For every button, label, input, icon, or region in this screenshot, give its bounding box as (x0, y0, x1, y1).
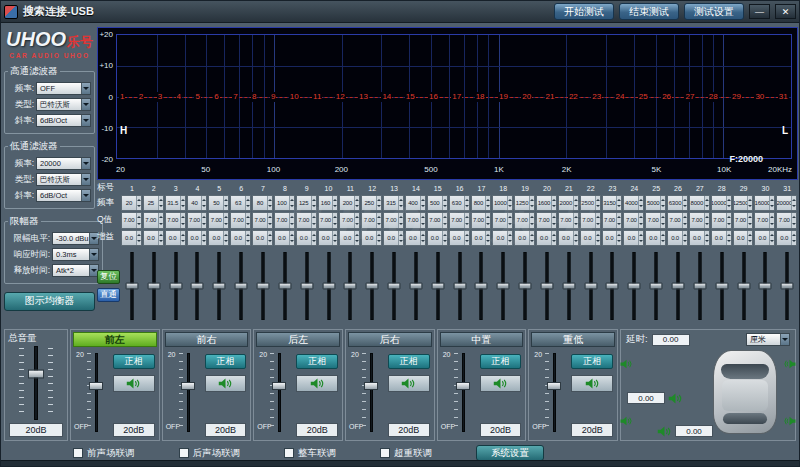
spin-up-icon[interactable] (181, 213, 185, 220)
band-frequency-input-23[interactable]: 3150 (602, 195, 623, 211)
spinner-arrows[interactable] (682, 231, 687, 245)
spinner-arrows[interactable] (376, 213, 381, 227)
link-checkbox-1[interactable]: 后声场联调 (179, 447, 241, 460)
spin-down-icon[interactable] (399, 238, 403, 245)
band-q-input-29[interactable]: 7.00 (733, 212, 754, 228)
band-q-input-11[interactable]: 7.00 (339, 212, 360, 228)
band-frequency-input-16[interactable]: 630 (449, 195, 470, 211)
spinner-arrows[interactable] (398, 196, 403, 210)
slider-thumb[interactable] (366, 283, 379, 290)
spinner-arrows[interactable] (201, 196, 206, 210)
spin-down-icon[interactable] (639, 238, 643, 245)
band-gain-input-27[interactable]: 0.0 (689, 230, 710, 246)
spin-up-icon[interactable] (530, 231, 534, 238)
slider-thumb[interactable] (300, 283, 313, 290)
spin-down-icon[interactable] (530, 238, 534, 245)
slider-thumb[interactable] (475, 283, 488, 290)
spinner-arrows[interactable] (682, 196, 687, 210)
eq-band-slider-1[interactable] (121, 248, 143, 324)
spin-down-icon[interactable] (290, 203, 294, 210)
spin-up-icon[interactable] (355, 196, 359, 203)
spinner-arrows[interactable] (201, 231, 206, 245)
spin-down-icon[interactable] (290, 238, 294, 245)
eq-band-slider-6[interactable] (230, 248, 252, 324)
spin-down-icon[interactable] (661, 203, 665, 210)
spin-down-icon[interactable] (333, 238, 337, 245)
slider-thumb[interactable] (759, 283, 772, 290)
hpf-type-select[interactable]: 巴特沃斯 (36, 98, 91, 111)
spin-up-icon[interactable] (617, 213, 621, 220)
spin-down-icon[interactable] (181, 203, 185, 210)
spin-up-icon[interactable] (181, 196, 185, 203)
spin-up-icon[interactable] (530, 196, 534, 203)
link-checkbox-3[interactable]: 超重联调 (380, 447, 432, 460)
slider-thumb[interactable] (715, 283, 728, 290)
spin-up-icon[interactable] (312, 196, 316, 203)
eq-band-slider-29[interactable] (733, 248, 755, 324)
spin-up-icon[interactable] (377, 196, 381, 203)
spin-up-icon[interactable] (312, 231, 316, 238)
spinner-arrows[interactable] (616, 196, 621, 210)
band-gain-input-24[interactable]: 0.0 (623, 230, 644, 246)
channel-select-rear-right[interactable]: 后右 (348, 332, 432, 347)
spin-down-icon[interactable] (355, 238, 359, 245)
spin-down-icon[interactable] (683, 221, 687, 228)
spin-up-icon[interactable] (792, 231, 796, 238)
band-q-input-21[interactable]: 7.00 (558, 212, 579, 228)
spinner-arrows[interactable] (420, 231, 425, 245)
spin-up-icon[interactable] (399, 213, 403, 220)
slider-thumb[interactable] (562, 283, 575, 290)
spin-down-icon[interactable] (596, 203, 600, 210)
band-frequency-input-17[interactable]: 800 (471, 195, 492, 211)
spinner-arrows[interactable] (354, 196, 359, 210)
spin-up-icon[interactable] (137, 231, 141, 238)
band-q-input-19[interactable]: 7.00 (514, 212, 535, 228)
hpf-frequency-select[interactable]: OFF (36, 82, 91, 95)
channel-select-subwoofer[interactable]: 重低 (531, 332, 615, 347)
eq-band-marker-14[interactable]: 14 (381, 92, 392, 102)
spinner-arrows[interactable] (354, 213, 359, 227)
spin-up-icon[interactable] (770, 196, 774, 203)
spinner-arrows[interactable] (158, 196, 163, 210)
spin-down-icon[interactable] (770, 238, 774, 245)
spin-down-icon[interactable] (792, 238, 796, 245)
eq-band-marker-8[interactable]: 8 (251, 92, 257, 102)
spinner-arrows[interactable] (747, 213, 752, 227)
band-gain-input-5[interactable]: 0.0 (208, 230, 229, 246)
spin-up-icon[interactable] (421, 196, 425, 203)
band-gain-input-3[interactable]: 0.0 (165, 230, 186, 246)
slider-track[interactable] (553, 353, 556, 432)
car-speaker-fl[interactable] (620, 359, 633, 369)
slider-thumb[interactable] (147, 283, 160, 290)
phase-button-front-left[interactable]: 正相 (113, 354, 155, 369)
band-frequency-input-3[interactable]: 31.5 (165, 195, 186, 211)
band-frequency-input-6[interactable]: 63 (230, 195, 251, 211)
link-checkbox-0[interactable]: 前声场联调 (73, 447, 135, 460)
spin-up-icon[interactable] (574, 231, 578, 238)
slider-track[interactable] (187, 353, 190, 432)
spin-up-icon[interactable] (421, 213, 425, 220)
spin-down-icon[interactable] (224, 221, 228, 228)
checkbox-box[interactable] (380, 448, 390, 458)
spin-down-icon[interactable] (617, 203, 621, 210)
spin-down-icon[interactable] (443, 221, 447, 228)
spin-down-icon[interactable] (552, 203, 556, 210)
spin-down-icon[interactable] (748, 238, 752, 245)
spinner-arrows[interactable] (442, 231, 447, 245)
spinner-arrows[interactable] (638, 213, 643, 227)
spin-down-icon[interactable] (333, 221, 337, 228)
spinner-arrows[interactable] (704, 231, 709, 245)
spin-down-icon[interactable] (617, 238, 621, 245)
band-q-input-9[interactable]: 7.00 (296, 212, 317, 228)
band-frequency-input-1[interactable]: 20 (121, 195, 142, 211)
slider-thumb[interactable] (650, 283, 663, 290)
spin-up-icon[interactable] (224, 213, 228, 220)
slider-thumb[interactable] (235, 283, 248, 290)
band-frequency-input-9[interactable]: 125 (296, 195, 317, 211)
slider-track[interactable] (95, 353, 98, 432)
spin-down-icon[interactable] (137, 238, 141, 245)
eq-band-slider-26[interactable] (667, 248, 689, 324)
eq-band-slider-3[interactable] (165, 248, 187, 324)
spinner-arrows[interactable] (332, 196, 337, 210)
spinner-arrows[interactable] (311, 213, 316, 227)
